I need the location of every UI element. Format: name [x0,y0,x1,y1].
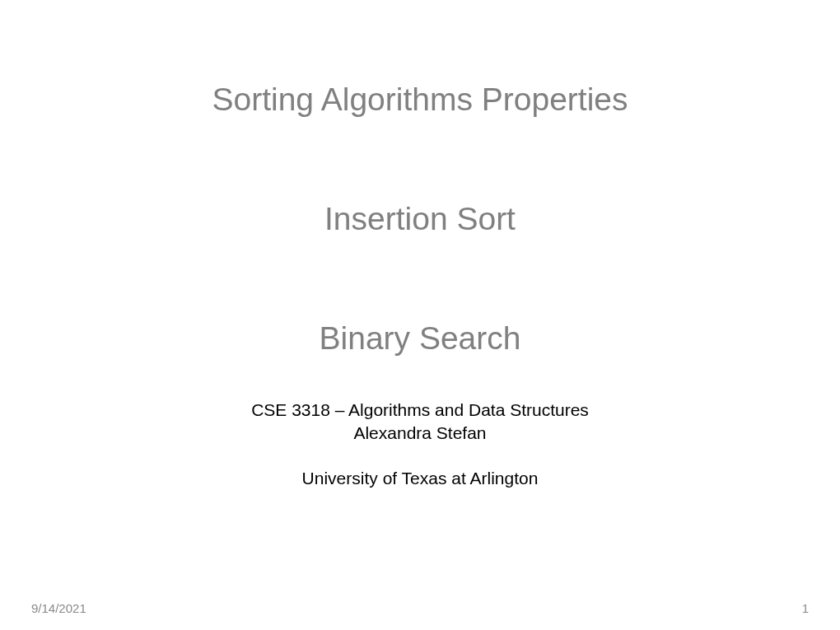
slide: Sorting Algorithms Properties Insertion … [0,0,840,630]
footer: 9/14/2021 1 [0,601,840,615]
title-line-1: Sorting Algorithms Properties [0,81,840,119]
title-line-2: Insertion Sort [0,200,840,239]
subtitle-block: CSE 3318 – Algorithms and Data Structure… [0,399,840,489]
footer-page: 1 [802,601,809,615]
institution-line: University of Texas at Arlington [0,467,840,489]
course-line: CSE 3318 – Algorithms and Data Structure… [0,399,840,421]
title-line-3: Binary Search [0,320,840,358]
title-block: Sorting Algorithms Properties Insertion … [0,0,840,357]
subtitle-gap [0,444,840,467]
author-line: Alexandra Stefan [0,422,840,444]
footer-date: 9/14/2021 [31,601,86,615]
